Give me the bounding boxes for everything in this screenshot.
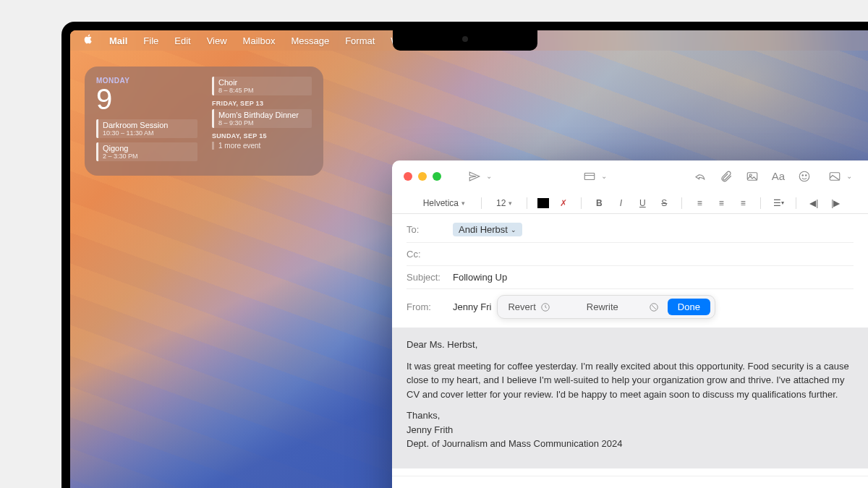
widget-date: 9 [96, 85, 197, 114]
to-label: To: [407, 224, 453, 235]
compose-headers: To: Andi Herbst⌄ Cc: Subject: Following … [392, 214, 868, 328]
menu-edit[interactable]: Edit [174, 35, 190, 46]
align-center-button[interactable]: ≡ [714, 196, 728, 210]
revert-button[interactable]: Revert [502, 299, 556, 315]
svg-rect-0 [584, 173, 595, 179]
cancel-icon[interactable] [649, 302, 659, 312]
body-greeting: Dear Ms. Herbst, [407, 338, 854, 352]
send-options-icon[interactable]: ⌄ [486, 172, 492, 180]
event-item[interactable]: Choir 8 – 8:45 PM [212, 77, 312, 95]
indent-right-button[interactable]: |▶ [828, 196, 843, 210]
menu-view[interactable]: View [207, 35, 227, 46]
list-button[interactable]: ☰▾ [771, 196, 786, 210]
svg-line-10 [652, 305, 656, 309]
event-item[interactable]: Mom's Birthday Dinner 8 – 9:30 PM [212, 109, 312, 128]
text-color-button[interactable] [537, 198, 549, 208]
to-row[interactable]: To: Andi Herbst⌄ [407, 217, 854, 243]
writing-tools-bar: Revert Rewrite Done [497, 295, 715, 319]
italic-button[interactable]: I [613, 196, 628, 210]
more-events[interactable]: 1 more event [212, 142, 312, 150]
event-title: Qigong [103, 144, 193, 153]
screen: Mail File Edit View Mailbox Message Form… [70, 30, 868, 488]
align-right-button[interactable]: ≡ [736, 196, 750, 210]
subject-row[interactable]: Subject: Following Up [407, 266, 854, 289]
rewritten-text[interactable]: Dear Ms. Herbst, It was great meeting fo… [392, 328, 868, 468]
indent-left-button[interactable]: ◀| [807, 196, 821, 210]
svg-point-4 [799, 171, 809, 181]
menu-app[interactable]: Mail [109, 35, 127, 46]
event-time: 8 – 8:45 PM [218, 87, 307, 94]
compose-toolbar: ⌄ ⌄ Aa ⌄ [392, 160, 868, 192]
from-value: Jenny Fri [453, 301, 491, 312]
camera [462, 36, 468, 42]
underline-button[interactable]: U [635, 196, 650, 210]
chevron-down-icon[interactable]: ⌄ [846, 172, 852, 180]
body-name: Jenny Frith [407, 423, 854, 437]
svg-point-6 [806, 174, 807, 176]
message-body[interactable]: Dear Ms. Herbst, It was great meeting fo… [392, 328, 868, 488]
window-controls [404, 172, 441, 181]
event-time: 10:30 – 11:30 AM [103, 129, 193, 137]
event-time: 2 – 3:30 PM [103, 153, 193, 160]
subject-label: Subject: [407, 272, 453, 283]
event-title: Darkroom Session [103, 121, 193, 129]
from-row[interactable]: From: Jenny Fri Revert Rewrite Done [407, 289, 854, 325]
body-paragraph: It was great meeting for coffee yesterda… [407, 359, 854, 402]
cc-row[interactable]: Cc: [407, 243, 854, 266]
revert-icon [540, 302, 550, 312]
calendar-widget[interactable]: MONDAY 9 Darkroom Session 10:30 – 11:30 … [85, 67, 323, 176]
close-button[interactable] [404, 172, 412, 181]
align-left-button[interactable]: ≡ [692, 196, 707, 210]
menu-message[interactable]: Message [291, 35, 329, 46]
clear-style-button[interactable]: ✗ [556, 196, 571, 210]
date-header: FRIDAY, SEP 13 [212, 100, 312, 107]
menu-mailbox[interactable]: Mailbox [243, 35, 276, 46]
apple-menu[interactable] [83, 34, 93, 47]
font-size-select[interactable]: 12▾ [492, 197, 516, 210]
reply-button[interactable] [690, 166, 710, 187]
recipient-pill[interactable]: Andi Herbst⌄ [453, 223, 522, 236]
event-title: Choir [218, 78, 307, 87]
emoji-button[interactable] [794, 166, 814, 187]
format-bar: Helvetica▾ 12▾ ✗ B I U S ≡ ≡ ≡ ☰▾ ◀| |▶ [392, 192, 868, 214]
subject-value: Following Up [453, 272, 507, 283]
event-title: Mom's Birthday Dinner [218, 111, 307, 119]
device-frame: Mail File Edit View Mailbox Message Form… [61, 22, 868, 488]
attachment-preview[interactable]: JENNY FRITH I am a third-year student un… [392, 476, 868, 489]
photo-button[interactable] [742, 166, 762, 187]
done-button[interactable]: Done [668, 299, 710, 315]
cc-label: Cc: [407, 249, 453, 260]
compose-window: ⌄ ⌄ Aa ⌄ Helvetica▾ [392, 160, 868, 488]
from-label: From: [407, 301, 453, 312]
chevron-down-icon[interactable]: ⌄ [601, 172, 607, 180]
zoom-button[interactable] [433, 172, 441, 181]
event-time: 8 – 9:30 PM [218, 119, 307, 127]
event-item[interactable]: Qigong 2 – 3:30 PM [96, 142, 197, 161]
notch [393, 30, 537, 51]
body-dept: Dept. of Journalism and Mass Communicati… [407, 437, 854, 451]
event-item[interactable]: Darkroom Session 10:30 – 11:30 AM [96, 119, 197, 138]
menu-format[interactable]: Format [345, 35, 375, 46]
font-select[interactable]: Helvetica▾ [417, 197, 471, 210]
body-signoff: Thanks, [407, 408, 854, 423]
date-header: SUNDAY, SEP 15 [212, 132, 312, 140]
header-fields-button[interactable] [579, 166, 600, 187]
media-button[interactable] [825, 166, 845, 187]
attach-button[interactable] [716, 166, 736, 187]
format-button[interactable]: Aa [768, 166, 788, 187]
menu-file[interactable]: File [143, 35, 158, 46]
rewrite-label: Rewrite [565, 301, 640, 312]
bold-button[interactable]: B [592, 196, 606, 210]
minimize-button[interactable] [418, 172, 427, 181]
svg-point-5 [802, 174, 804, 176]
send-button[interactable] [464, 166, 485, 187]
strikethrough-button[interactable]: S [657, 196, 671, 210]
